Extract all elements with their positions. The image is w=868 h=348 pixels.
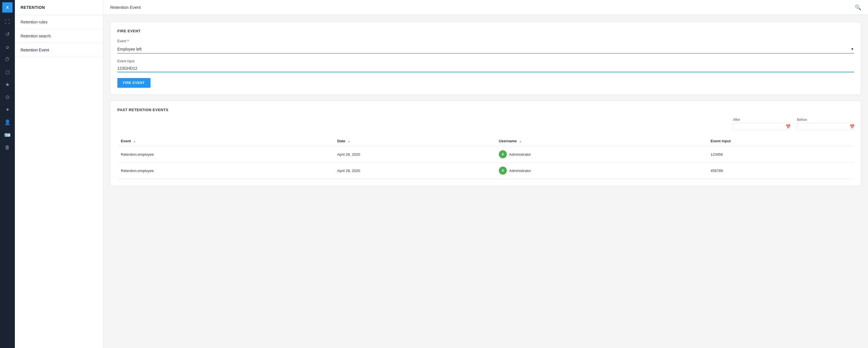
- topbar-search-icon[interactable]: 🔍: [855, 4, 861, 10]
- before-calendar-icon[interactable]: 📅: [850, 124, 855, 129]
- event-form-group: Event * Employee left ▼: [117, 39, 854, 53]
- page-title: Retention Event: [110, 5, 141, 10]
- past-events-table: Event ▲ Date ▲ Username ▲ Event input: [117, 136, 854, 179]
- content-area: FIRE EVENT Event * Employee left ▼ Event…: [103, 15, 868, 348]
- date-sort-icon: ▲: [347, 140, 350, 143]
- badge-icon[interactable]: ◻: [2, 66, 13, 78]
- event-sort-icon: ▲: [133, 140, 136, 143]
- table-body: Retention.employee April 28, 2020 A Admi…: [117, 146, 854, 179]
- tag-icon[interactable]: ⊙: [2, 91, 13, 103]
- before-input-wrapper: 📅: [797, 123, 854, 130]
- sidebar: RETENTION Retention rules Retention sear…: [15, 0, 103, 348]
- cell-username: A Administrator: [495, 146, 707, 163]
- sidebar-item-retention-rules[interactable]: Retention rules: [15, 15, 103, 29]
- table-header: Event ▲ Date ▲ Username ▲ Event input: [117, 136, 854, 146]
- event-select-value: Employee left: [117, 47, 850, 52]
- cell-event: Retention.employee: [117, 163, 334, 179]
- col-event-input: Event input: [707, 136, 854, 146]
- cell-event: Retention.employee: [117, 146, 334, 163]
- after-input-wrapper: 📅: [733, 123, 790, 130]
- past-events-card: PAST RETENTION EVENTS After 📅 Before 📅: [110, 100, 861, 186]
- event-label: Event *: [117, 39, 854, 44]
- avatar: A: [499, 150, 507, 158]
- event-input-form-group: Event input: [117, 59, 854, 72]
- table-row: Retention.employee April 28, 2020 A Admi…: [117, 146, 854, 163]
- cell-date: April 28, 2020: [334, 163, 495, 179]
- star-icon[interactable]: ★: [2, 79, 13, 90]
- past-events-title: PAST RETENTION EVENTS: [117, 108, 854, 112]
- app-logo[interactable]: RETENTION X: [2, 2, 12, 12]
- col-username[interactable]: Username ▲: [495, 136, 707, 146]
- after-label: After: [733, 118, 790, 122]
- trash-icon[interactable]: 🗑: [2, 142, 13, 153]
- after-filter-group: After 📅: [733, 118, 790, 130]
- sidebar-item-retention-event[interactable]: Retention Event: [15, 43, 103, 57]
- cell-event-input: 456789: [707, 163, 854, 179]
- table-row: Retention.employee April 28, 2020 A Admi…: [117, 163, 854, 179]
- username-text: Administrator: [509, 152, 531, 156]
- after-date-input[interactable]: [736, 124, 783, 129]
- cell-event-input: 123456: [707, 146, 854, 163]
- sidebar-header: RETENTION: [15, 0, 103, 15]
- fire-event-title: FIRE EVENT: [117, 29, 854, 33]
- id-card-icon[interactable]: 🪪: [2, 129, 13, 141]
- event-input-label: Event input: [117, 59, 854, 63]
- timer-icon[interactable]: ⏱: [2, 54, 13, 65]
- cell-date: April 28, 2020: [334, 146, 495, 163]
- username-text: Administrator: [509, 169, 531, 173]
- topbar: Retention Event 🔍: [103, 0, 868, 15]
- required-indicator: *: [127, 39, 129, 44]
- col-event[interactable]: Event ▲: [117, 136, 334, 146]
- event-select[interactable]: Employee left ▼: [117, 45, 854, 53]
- org-chart-icon[interactable]: ⛶: [2, 16, 13, 27]
- connection-icon[interactable]: ✦: [2, 104, 13, 115]
- icon-bar: RETENTION X ⛶ ↺ ⌕ ⏱ ◻ ★ ⊙ ✦ 👤 🪪 🗑: [0, 0, 15, 348]
- before-date-input[interactable]: [800, 124, 847, 129]
- cell-username: A Administrator: [495, 163, 707, 179]
- fire-event-button[interactable]: FIRE EVENT: [117, 78, 151, 88]
- after-calendar-icon[interactable]: 📅: [786, 124, 790, 129]
- person-icon[interactable]: 👤: [2, 117, 13, 128]
- before-label: Before: [797, 118, 854, 122]
- main-content: Retention Event 🔍 FIRE EVENT Event * Emp…: [103, 0, 868, 348]
- fire-event-card: FIRE EVENT Event * Employee left ▼ Event…: [110, 22, 861, 95]
- history-icon[interactable]: ↺: [2, 29, 13, 40]
- filter-row: After 📅 Before 📅: [117, 118, 854, 130]
- sidebar-item-retention-search[interactable]: Retention search: [15, 29, 103, 43]
- col-date[interactable]: Date ▲: [334, 136, 495, 146]
- chevron-down-icon: ▼: [850, 47, 854, 51]
- event-input-field[interactable]: [117, 65, 854, 72]
- username-sort-icon: ▲: [519, 140, 522, 143]
- before-filter-group: Before 📅: [797, 118, 854, 130]
- avatar: A: [499, 167, 507, 175]
- search-nav-icon[interactable]: ⌕: [2, 41, 13, 53]
